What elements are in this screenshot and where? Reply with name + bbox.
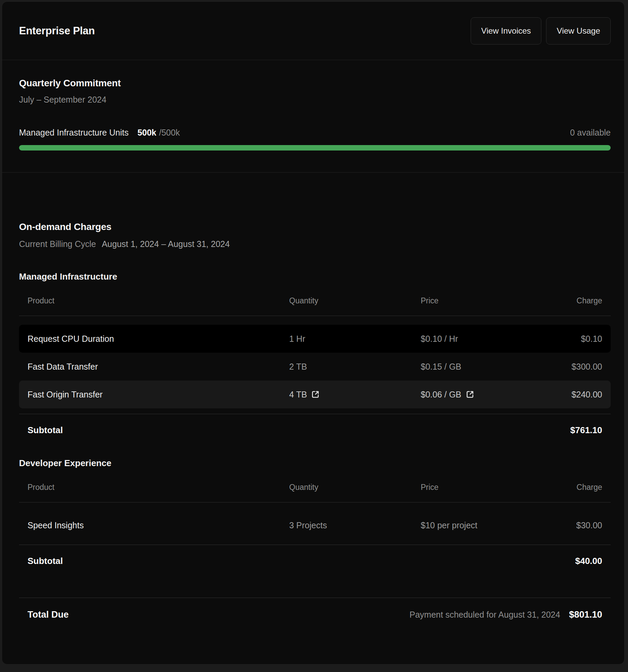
quarterly-commitment-section: Quarterly Commitment July – September 20… xyxy=(2,60,624,173)
view-invoices-button[interactable]: View Invoices xyxy=(471,17,541,45)
table-row-speed-insights[interactable]: Speed Insights 3 Projects $10 per projec… xyxy=(19,511,611,539)
cell-charge: $240.00 xyxy=(537,390,602,400)
group-title-developer-experience: Developer Experience xyxy=(19,458,611,468)
cell-quantity: 2 TB xyxy=(289,362,421,372)
column-header-quantity: Quantity xyxy=(289,296,421,305)
cell-quantity: 1 Hr xyxy=(289,334,421,344)
managed-infrastructure-table: Product Quantity Price Charge Request CP… xyxy=(19,296,611,436)
cell-price: $0.10 / Hr xyxy=(421,334,537,344)
total-due-row: Total Due Payment scheduled for August 3… xyxy=(19,598,611,620)
external-link-icon[interactable] xyxy=(466,390,474,399)
column-header-price: Price xyxy=(421,483,537,492)
group-title-managed-infrastructure: Managed Infrastructure xyxy=(19,271,611,282)
cell-quantity: 4 TB xyxy=(289,390,307,400)
page-title: Enterprise Plan xyxy=(19,25,95,37)
header-actions: View Invoices View Usage xyxy=(471,17,611,45)
commitment-period: July – September 2024 xyxy=(19,95,611,105)
metric-label: Managed Infrastructure Units xyxy=(19,128,128,138)
cell-price: $0.06 / GB xyxy=(421,390,461,400)
column-header-product: Product xyxy=(28,296,289,305)
commitment-metric-row: Managed Infrastructure Units 500k /500k … xyxy=(19,128,611,138)
table-row-request-cpu-duration[interactable]: Request CPU Duration 1 Hr $0.10 / Hr $0.… xyxy=(19,325,611,353)
column-header-charge: Charge xyxy=(537,483,602,492)
billing-cycle-label: Current Billing Cycle xyxy=(19,239,96,249)
column-header-product: Product xyxy=(28,483,289,492)
quarterly-commitment-title: Quarterly Commitment xyxy=(19,78,611,89)
cell-charge: $0.10 xyxy=(537,334,602,344)
subtotal-row-managed-infrastructure: Subtotal $761.10 xyxy=(19,414,611,436)
view-usage-button[interactable]: View Usage xyxy=(546,17,611,45)
cell-product: Speed Insights xyxy=(28,520,289,530)
billing-cycle-range: August 1, 2024 – August 31, 2024 xyxy=(102,239,230,249)
cell-charge: $300.00 xyxy=(537,362,602,372)
cell-charge: $30.00 xyxy=(537,520,602,530)
metric-available: 0 available xyxy=(570,128,611,138)
developer-experience-table: Product Quantity Price Charge Speed Insi… xyxy=(19,483,611,566)
billing-card: Enterprise Plan View Invoices View Usage… xyxy=(2,1,625,665)
total-due-amount: $801.10 xyxy=(569,609,602,620)
table-header: Product Quantity Price Charge xyxy=(19,296,611,316)
subtotal-label: Subtotal xyxy=(28,556,63,566)
table-row-fast-data-transfer[interactable]: Fast Data Transfer 2 TB $0.15 / GB $300.… xyxy=(19,353,611,381)
on-demand-charges-section: On-demand Charges Current Billing Cycle … xyxy=(2,173,624,620)
table-rows: Speed Insights 3 Projects $10 per projec… xyxy=(19,511,611,539)
external-link-icon[interactable] xyxy=(311,390,320,399)
column-header-price: Price xyxy=(421,296,537,305)
metric-total-value: /500k xyxy=(159,128,180,138)
header: Enterprise Plan View Invoices View Usage xyxy=(2,2,624,60)
billing-cycle-line: Current Billing Cycle August 1, 2024 – A… xyxy=(19,239,611,249)
on-demand-charges-title: On-demand Charges xyxy=(19,222,611,232)
cell-price: $0.15 / GB xyxy=(421,362,537,372)
column-header-charge: Charge xyxy=(537,296,602,305)
cell-product: Fast Origin Transfer xyxy=(28,390,289,400)
usage-progress-bar xyxy=(19,145,611,151)
subtotal-row-developer-experience: Subtotal $40.00 xyxy=(19,545,611,566)
cell-price: $10 per project xyxy=(421,520,537,530)
payment-scheduled-note: Payment scheduled for August 31, 2024 xyxy=(409,610,560,620)
total-due-label: Total Due xyxy=(28,609,69,620)
column-header-quantity: Quantity xyxy=(289,483,421,492)
cell-product: Fast Data Transfer xyxy=(28,362,289,372)
table-header: Product Quantity Price Charge xyxy=(19,483,611,502)
usage-progress-fill xyxy=(19,145,611,151)
table-rows: Request CPU Duration 1 Hr $0.10 / Hr $0.… xyxy=(19,325,611,408)
table-row-fast-origin-transfer[interactable]: Fast Origin Transfer 4 TB xyxy=(19,381,611,408)
cell-product: Request CPU Duration xyxy=(28,334,289,344)
metric-used-value: 500k xyxy=(137,128,156,138)
subtotal-label: Subtotal xyxy=(28,425,63,436)
cell-quantity: 3 Projects xyxy=(289,520,421,530)
subtotal-amount: $761.10 xyxy=(570,425,602,436)
subtotal-amount: $40.00 xyxy=(575,556,602,566)
